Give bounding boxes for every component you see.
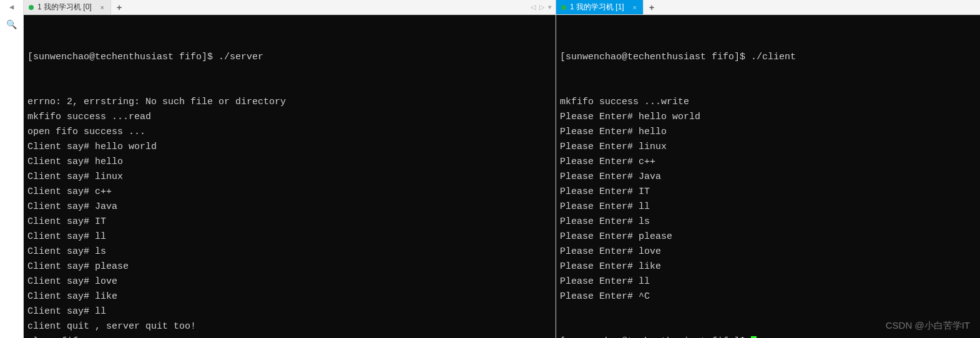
command-text: ./client xyxy=(751,52,796,62)
terminal-line: Client say# please xyxy=(27,259,552,274)
terminal-line: Client say# linux xyxy=(27,170,552,185)
terminal-line: Please Enter# hello xyxy=(560,125,976,140)
terminal-line: Client say# Java xyxy=(27,200,552,215)
left-side-strip: ◀ 🔍 xyxy=(0,0,24,338)
tab-menu-icon[interactable]: ▾ xyxy=(548,3,552,11)
terminal-line: Please Enter# IT xyxy=(560,185,976,200)
terminal-line: Please Enter# please xyxy=(560,229,976,244)
terminal-right[interactable]: [sunwenchao@techenthusiast fifo]$ ./clie… xyxy=(556,15,980,338)
tab-title: 1 我的学习机 [0] xyxy=(37,2,92,12)
terminal-line: Client say# hello world xyxy=(27,140,552,155)
terminal-line: open fifo success ... xyxy=(27,125,552,140)
terminal-line: Please Enter# Java xyxy=(560,170,976,185)
tab-session-1[interactable]: 1 我的学习机 [1] × xyxy=(556,0,644,14)
close-icon[interactable]: × xyxy=(100,4,104,11)
terminal-line: Please Enter# ll xyxy=(560,200,976,215)
terminal-left[interactable]: [sunwenchao@techenthusiast fifo]$ ./serv… xyxy=(24,15,556,338)
tab-title: 1 我的学习机 [1] xyxy=(570,2,624,12)
terminal-line: Client say# like xyxy=(27,289,552,304)
terminal-line: [sunwenchao@techenthusiast fifo]$ ./clie… xyxy=(560,50,976,65)
terminal-line: Please Enter# ls xyxy=(560,215,976,229)
tab-session-0[interactable]: 1 我的学习机 [0] × xyxy=(24,0,111,14)
terminal-line: Please Enter# c++ xyxy=(560,155,976,170)
terminal-line: Client say# IT xyxy=(27,215,552,229)
close-icon[interactable]: × xyxy=(633,4,637,11)
terminal-line: close fifo success ... xyxy=(27,334,552,338)
terminal-line: [sunwenchao@techenthusiast fifo]$ ./serv… xyxy=(27,50,552,65)
add-tab-button[interactable]: + xyxy=(111,0,127,14)
tab-prev-icon[interactable]: ◁ xyxy=(531,3,536,11)
terminal-line: [sunwenchao@techenthusiast fifo]$ xyxy=(560,334,976,338)
command-text: ./server xyxy=(218,52,263,62)
add-tab-button[interactable]: + xyxy=(644,0,660,14)
terminal-line: mkfifo success ...read xyxy=(27,110,552,125)
terminal-line: Client say# ll xyxy=(27,304,552,319)
terminal-pane-left: 1 我的学习机 [0] × + ◁ ▷ ▾ [sunwenchao@techen… xyxy=(24,0,556,338)
search-icon[interactable]: 🔍 xyxy=(6,19,17,30)
terminal-line: errno: 2, errstring: No such file or dir… xyxy=(27,95,552,110)
status-dot-icon xyxy=(561,5,566,10)
terminal-line: Please Enter# linux xyxy=(560,140,976,155)
terminal-line: Client say# love xyxy=(27,274,552,289)
terminal-line: client quit , server quit too! xyxy=(27,319,552,334)
terminal-line: Please Enter# hello world xyxy=(560,110,976,125)
status-dot-icon xyxy=(29,5,34,10)
terminal-line: Client say# ls xyxy=(27,244,552,259)
collapse-arrow-icon[interactable]: ◀ xyxy=(9,2,14,12)
shell-prompt: [sunwenchao@techenthusiast fifo]$ xyxy=(27,52,218,62)
terminal-line: Please Enter# love xyxy=(560,244,976,259)
terminal-line: Client say# ll xyxy=(27,229,552,244)
terminal-pane-right: 1 我的学习机 [1] × + [sunwenchao@techenthusia… xyxy=(556,0,980,338)
terminal-line: Client say# c++ xyxy=(27,185,552,200)
tabbar-right: 1 我的学习机 [1] × + xyxy=(556,0,980,15)
tab-nav-left: ◁ ▷ ▾ xyxy=(531,0,556,14)
terminal-line: mkfifo success ...write xyxy=(560,95,976,110)
tabbar-left: 1 我的学习机 [0] × + ◁ ▷ ▾ xyxy=(24,0,556,15)
terminal-line: Client say# hello xyxy=(27,155,552,170)
shell-prompt: [sunwenchao@techenthusiast fifo]$ xyxy=(560,52,751,62)
terminal-line: Please Enter# ll xyxy=(560,274,976,289)
tab-next-icon[interactable]: ▷ xyxy=(539,3,544,11)
terminal-line: Please Enter# like xyxy=(560,259,976,274)
terminal-line: Please Enter# ^C xyxy=(560,289,976,304)
